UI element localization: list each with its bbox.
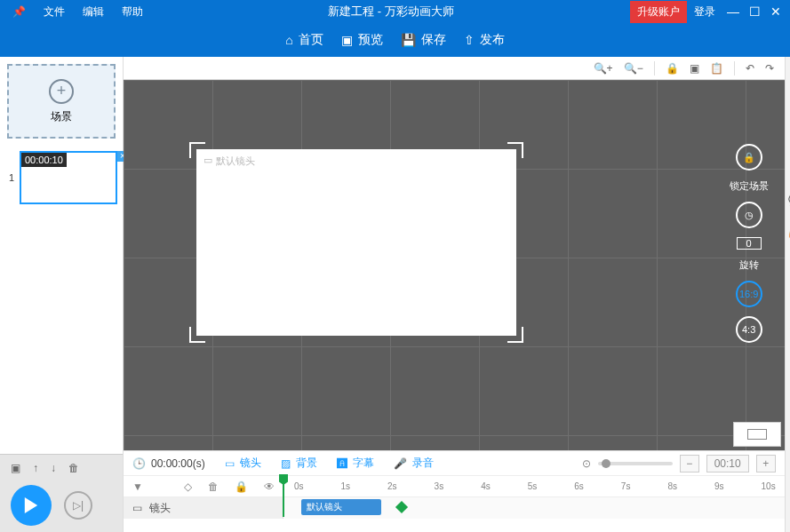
new-scene-label: 场景 [51,109,72,124]
lock-icon[interactable]: 🔒 [666,62,679,75]
zoom-slider[interactable] [598,462,673,465]
keyframe-marker[interactable] [395,501,408,513]
publish-icon: ⇧ [464,33,475,47]
camera-icon: ▭ [203,155,212,168]
tl-lock-icon[interactable]: 🔒 [235,480,248,493]
zoom-minus[interactable]: − [680,455,699,472]
tl-subtitle-tab[interactable]: 🅰字幕 [337,456,374,471]
canvas[interactable]: ▭默认镜头 🔒 锁定场景 ◷ 0 旋转 16:9 4:3 [124,80,785,450]
titlebar: 📌 文件 编辑 帮助 新建工程 - 万彩动画大师 升级账户 登录 — ☐ ✕ [0,0,790,23]
home-icon: ⌂ [285,33,292,47]
timeline-header: 🕒00:00:00(s) ▭镜头 ▨背景 🅰字幕 🎤录音 ⊙ − 00:10 + [124,450,785,475]
scene-index: 1 [9,172,14,183]
paste-icon[interactable]: 📋 [710,62,723,75]
tl-trash-icon[interactable]: 🗑 [208,480,219,493]
delete-icon[interactable]: 🗑 [68,462,79,474]
zoom-reset-icon[interactable]: ⊙ [582,457,591,470]
tool-chart[interactable]: ⊞ [786,382,790,401]
clock-icon: 🕒 [132,457,146,470]
skip-button[interactable]: ▷| [64,491,92,520]
tl-record-tab[interactable]: 🎤录音 [394,456,434,471]
camera-track[interactable]: 默认镜头 [283,497,785,519]
zoom-plus[interactable]: + [756,455,776,472]
bg-icon: ▨ [281,457,291,470]
menu-edit[interactable]: 编辑 [74,4,113,20]
camera-tab-icon: ▭ [225,457,235,470]
menu-file[interactable]: 文件 [35,4,74,20]
menu-help[interactable]: 帮助 [113,4,152,20]
tool-effect[interactable]: ✈ [786,350,790,369]
subtitle-icon: 🅰 [337,457,347,470]
ratio-16-9[interactable]: 16:9 [736,281,762,307]
home-button[interactable]: ⌂首页 [285,32,323,48]
lock-scene-label: 锁定场景 [730,179,769,193]
tool-character[interactable]: 🚶 [786,158,790,178]
tool-image[interactable]: 🖼 [786,94,790,114]
new-scene-button[interactable]: + 场景 [7,64,116,139]
tl-background-tab[interactable]: ▨背景 [281,456,317,471]
main-toolbar: ⌂首页 ▣预览 💾保存 ⇧发布 [0,23,790,57]
zoom-in-icon[interactable]: 🔍+ [594,62,613,75]
copy-canvas-icon[interactable]: ▣ [690,62,699,75]
pin-icon[interactable]: 📌 [4,5,35,18]
camera-label: 默认镜头 [216,155,255,168]
undo-icon[interactable]: ↶ [746,62,754,75]
tool-callout[interactable]: 💬 [786,190,790,210]
track-label-camera: ▭镜头 [124,497,283,519]
tool-flash[interactable]: ⚡ [786,318,790,337]
track-camera-icon: ▭ [132,502,142,514]
mic-icon: 🎤 [394,457,407,470]
window-title: 新建工程 - 万彩动画大师 [152,4,630,20]
scene-sidebar: + 场景 1 00:00:10 × ▣ ↑ ↓ 🗑 ▷| [0,57,123,532]
play-button[interactable] [11,485,52,526]
timeline-ruler: 0s1s2s3s4s5s6s7s8s9s10s [294,481,776,491]
camera-frame[interactable]: ▭默认镜头 [196,149,516,336]
minimize-icon[interactable]: — [722,1,744,22]
copy-icon[interactable]: ▣ [11,462,20,474]
tl-filter-icon[interactable]: ▼ [132,480,143,493]
publish-button[interactable]: ⇧发布 [464,32,505,48]
zoom-out-icon[interactable]: 🔍− [624,62,643,75]
ratio-4-3[interactable]: 4:3 [736,316,762,343]
tool-video[interactable]: ▶ [786,286,790,306]
tl-keyframe-icon[interactable]: ◇ [184,480,192,493]
minimap[interactable] [733,422,781,447]
rotate-dial[interactable]: ◷ [736,202,762,228]
canvas-toolbar: 🔍+ 🔍− 🔒 ▣ 📋 ↶ ↷ [124,57,785,80]
rotate-label: 旋转 [739,258,759,272]
tool-audio[interactable]: ♫ [786,254,790,274]
maximize-icon[interactable]: ☐ [744,1,765,22]
playback-panel: ▣ ↑ ↓ 🗑 ▷| [0,454,123,532]
tl-eye-icon[interactable]: 👁 [264,480,275,493]
tool-text[interactable]: T [786,126,790,146]
save-icon: 💾 [401,33,416,47]
camera-clip[interactable]: 默认镜头 [301,499,381,515]
lock-scene-button[interactable]: 🔒 [736,144,762,171]
move-down-icon[interactable]: ↓ [51,462,56,474]
upgrade-button[interactable]: 升级账户 [630,1,687,23]
scene-duration: 00:00:10 [21,153,67,167]
preview-icon: ▣ [341,33,353,47]
zoom-time: 00:10 [706,455,749,472]
move-up-icon[interactable]: ↑ [33,462,38,474]
tool-shapes[interactable]: ◢ [786,62,790,82]
login-button[interactable]: 登录 [694,4,715,20]
time-display: 🕒00:00:00(s) [132,457,205,470]
tl-camera-tab[interactable]: ▭镜头 [225,456,261,471]
save-button[interactable]: 💾保存 [401,32,446,48]
asset-toolstrip: ◢ 🖼 T 🚶 💬 📥 ♫ ▶ ⚡ ✈ ⊞ [786,57,790,532]
scene-thumb-1[interactable]: 1 00:00:10 × [20,151,117,204]
timeline: ▼ ◇ 🗑 🔒 👁 0s1s2s3s4s5s6s7s8s9s10s ▭镜头 默认… [124,475,785,532]
preview-button[interactable]: ▣预览 [341,32,383,48]
redo-icon[interactable]: ↷ [765,62,774,75]
close-icon[interactable]: ✕ [765,1,786,22]
tool-container[interactable]: 📥 [786,222,790,242]
canvas-overlay-tools: 🔒 锁定场景 ◷ 0 旋转 16:9 4:3 [730,144,769,343]
plus-icon: + [49,79,74,104]
rotate-value: 0 [737,237,762,250]
